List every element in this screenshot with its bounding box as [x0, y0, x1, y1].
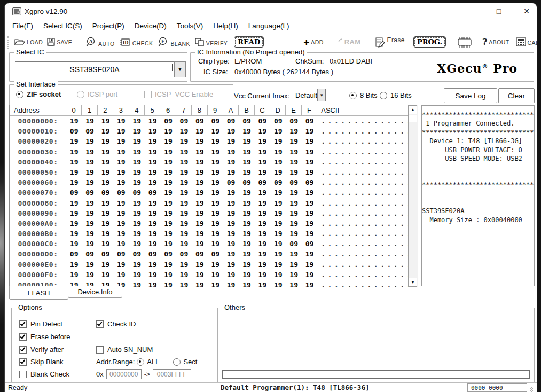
hex-byte-cell[interactable]: 19 — [113, 126, 129, 136]
hex-byte-cell[interactable]: 09 — [82, 187, 97, 198]
hex-byte-cell[interactable]: 19 — [223, 187, 239, 198]
hex-byte-cell[interactable]: 19 — [176, 239, 192, 249]
hex-byte-cell[interactable]: 09 — [82, 126, 97, 136]
hex-byte-cell[interactable]: 19 — [176, 260, 192, 270]
hex-byte-cell[interactable]: 19 — [129, 208, 145, 218]
hex-byte-cell[interactable]: 19 — [302, 147, 317, 157]
hex-byte-cell[interactable]: 19 — [286, 260, 301, 270]
hex-byte-cell[interactable]: 19 — [66, 167, 82, 177]
pin-detect-checkbox[interactable]: Pin Detect — [19, 320, 62, 328]
hex-byte-cell[interactable]: 19 — [192, 229, 207, 239]
save-button[interactable]: SAVE — [47, 38, 72, 46]
log-panel[interactable]: ****************************** 1 Program… — [421, 105, 535, 286]
hex-byte-cell[interactable]: 19 — [176, 229, 192, 239]
hex-byte-cell[interactable]: 19 — [286, 280, 301, 287]
hex-byte-cell[interactable]: 19 — [270, 126, 286, 136]
erase-before-checkbox[interactable]: Erase before — [19, 333, 70, 341]
hex-byte-cell[interactable]: 19 — [145, 260, 160, 270]
hex-byte-cell[interactable]: 19 — [192, 208, 207, 218]
hex-byte-cell[interactable]: 19 — [160, 229, 176, 239]
hex-byte-cell[interactable]: 19 — [113, 116, 129, 126]
hex-byte-cell[interactable]: 19 — [129, 177, 145, 187]
hex-byte-cell[interactable]: 19 — [302, 208, 317, 218]
hex-byte-cell[interactable]: 19 — [302, 198, 317, 208]
hex-byte-cell[interactable]: 19 — [255, 136, 270, 146]
hex-byte-cell[interactable]: 09 — [192, 116, 207, 126]
hex-byte-cell[interactable]: 09 — [66, 249, 82, 259]
hex-byte-cell[interactable]: 19 — [113, 208, 129, 218]
hex-byte-cell[interactable]: 19 — [223, 147, 239, 157]
hex-byte-cell[interactable]: 19 — [98, 218, 113, 229]
hex-byte-cell[interactable]: 19 — [160, 126, 176, 136]
hex-byte-cell[interactable]: 19 — [129, 198, 145, 208]
hex-row[interactable]: 000000A0:1919191919191919191919191919191… — [10, 218, 409, 229]
menu-item[interactable]: Device(D) — [135, 22, 167, 30]
hex-byte-cell[interactable]: 19 — [302, 136, 317, 146]
hex-byte-cell[interactable]: 19 — [82, 147, 97, 157]
hex-byte-cell[interactable]: 19 — [223, 218, 239, 229]
hex-byte-cell[interactable]: 19 — [286, 126, 301, 136]
hex-byte-cell[interactable]: 09 — [286, 239, 301, 249]
add-button[interactable]: + ADD — [303, 38, 323, 46]
hex-byte-cell[interactable]: 19 — [302, 157, 317, 167]
hex-byte-cell[interactable]: 19 — [286, 229, 301, 239]
hex-row[interactable]: 00000050:1919191919191919191919191919191… — [10, 167, 409, 177]
hex-byte-cell[interactable]: 19 — [270, 239, 286, 249]
hex-byte-cell[interactable]: 19 — [302, 229, 317, 239]
hex-byte-cell[interactable]: 19 — [176, 177, 192, 187]
hex-byte-cell[interactable]: 19 — [302, 218, 317, 229]
hex-byte-cell[interactable]: 19 — [286, 167, 301, 177]
hex-byte-cell[interactable]: 19 — [129, 270, 145, 280]
hex-byte-cell[interactable]: 09 — [98, 187, 113, 198]
hex-byte-cell[interactable]: 19 — [145, 229, 160, 239]
chip-button[interactable] — [457, 36, 473, 49]
hex-byte-cell[interactable]: 19 — [192, 239, 207, 249]
hex-row[interactable]: 00000090:1919191919191919191919191919191… — [10, 208, 409, 218]
hex-byte-cell[interactable]: 19 — [66, 136, 82, 146]
hex-byte-cell[interactable]: 19 — [145, 239, 160, 249]
hex-byte-cell[interactable]: 19 — [208, 229, 223, 239]
hex-byte-cell[interactable]: 19 — [129, 157, 145, 167]
bits-16-radio[interactable]: 16 Bits — [380, 91, 412, 99]
hex-byte-cell[interactable]: 09 — [176, 249, 192, 259]
hex-byte-cell[interactable]: 09 — [302, 116, 317, 126]
hex-byte-cell[interactable]: 19 — [239, 157, 254, 167]
hex-byte-cell[interactable]: 19 — [98, 136, 113, 146]
hex-byte-cell[interactable]: 19 — [208, 126, 223, 136]
hex-row[interactable]: 00000010:0909191919191919191919191919191… — [10, 126, 409, 136]
hex-byte-cell[interactable]: 09 — [66, 187, 82, 198]
hex-byte-cell[interactable]: 19 — [223, 270, 239, 280]
hex-byte-cell[interactable]: 19 — [286, 218, 301, 229]
hex-byte-cell[interactable]: 19 — [176, 280, 192, 287]
hex-byte-cell[interactable]: 19 — [192, 126, 207, 136]
addr-to-input[interactable] — [153, 369, 191, 379]
hex-byte-cell[interactable]: 19 — [239, 136, 254, 146]
hex-byte-cell[interactable]: 19 — [192, 157, 207, 167]
hex-byte-cell[interactable]: 19 — [66, 116, 82, 126]
hex-byte-cell[interactable]: 19 — [239, 198, 254, 208]
clear-button[interactable]: Clear — [498, 88, 535, 103]
hex-byte-cell[interactable]: 19 — [286, 208, 301, 218]
tab-device-info[interactable]: Device.Info — [68, 286, 122, 298]
hex-byte-cell[interactable]: 19 — [176, 198, 192, 208]
hex-byte-cell[interactable]: 19 — [160, 218, 176, 229]
hex-byte-cell[interactable]: 19 — [270, 208, 286, 218]
hex-byte-cell[interactable]: 19 — [82, 167, 97, 177]
hex-byte-cell[interactable]: 19 — [192, 147, 207, 157]
hex-byte-cell[interactable]: 19 — [239, 208, 254, 218]
hex-byte-cell[interactable]: 19 — [239, 239, 254, 249]
hex-byte-cell[interactable]: 19 — [113, 136, 129, 146]
hex-byte-cell[interactable]: 19 — [208, 218, 223, 229]
menu-item[interactable]: Select IC(S) — [43, 22, 82, 30]
hex-byte-cell[interactable]: 19 — [270, 270, 286, 280]
hex-byte-cell[interactable]: 09 — [176, 116, 192, 126]
hex-byte-cell[interactable]: 19 — [223, 249, 239, 259]
hex-byte-cell[interactable]: 19 — [160, 136, 176, 146]
hex-byte-cell[interactable]: 19 — [82, 270, 97, 280]
hex-byte-cell[interactable]: 19 — [129, 116, 145, 126]
hex-byte-cell[interactable]: 19 — [192, 218, 207, 229]
hex-byte-cell[interactable]: 19 — [239, 260, 254, 270]
hex-byte-cell[interactable]: 19 — [286, 147, 301, 157]
hex-byte-cell[interactable]: 19 — [255, 157, 270, 167]
hex-byte-cell[interactable]: 09 — [286, 116, 301, 126]
